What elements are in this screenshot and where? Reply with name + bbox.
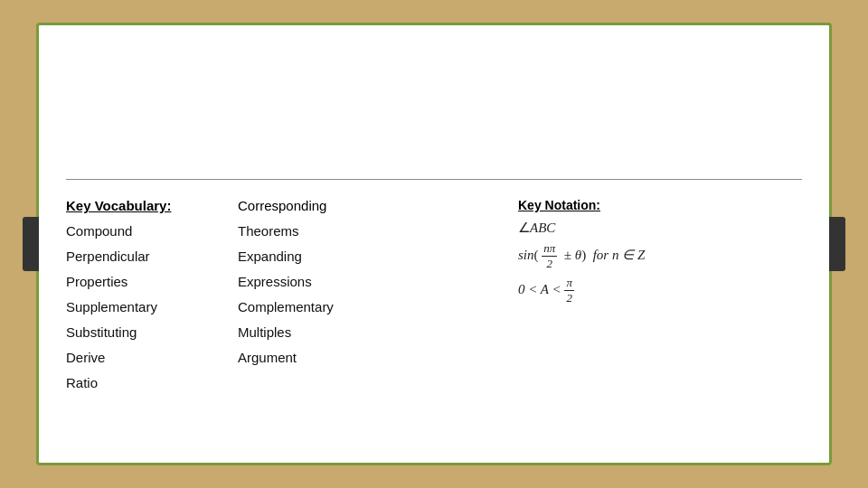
vocab-col2-item-0: Theorems [238, 221, 437, 242]
vocab-col2-item-3: Complementary [238, 296, 437, 318]
vocab-col1-item-2: Properties [66, 271, 238, 293]
top-area [66, 43, 802, 170]
notation-title: Key Notation: [518, 198, 802, 212]
vocab-col1-item-3: Supplementary [66, 296, 238, 318]
vocab-grid: Compound Theorems Perpendicular Expandin… [66, 221, 500, 394]
vocab-col2-item-5: Argument [238, 347, 437, 369]
formula-range: 0 < A < π 2 [518, 276, 802, 305]
right-handle [829, 217, 845, 271]
vocab-section: Key Vocabulary: Corresponding Compound T… [66, 198, 500, 445]
bottom-area: Key Vocabulary: Corresponding Compound T… [66, 189, 802, 445]
vocab-col2-item-2: Expressions [238, 271, 437, 293]
angle-abc: ∠ABC [518, 221, 555, 235]
formula-angle: ∠ABC [518, 220, 802, 236]
vocab-col1-item-5: Derive [66, 347, 238, 369]
vocab-col1-item-1: Perpendicular [66, 246, 238, 267]
vocab-col1-item-0: Compound [66, 221, 238, 242]
key-vocabulary-label: Key Vocabulary: [66, 198, 238, 213]
vocab-header: Key Vocabulary: Corresponding [66, 198, 500, 213]
slide-container: Key Vocabulary: Corresponding Compound T… [36, 23, 832, 465]
notation-formulas: ∠ABC sin( nπ 2 ± θ) for n ∈ Z [518, 220, 802, 305]
range-formula: 0 < A < π 2 [518, 282, 574, 296]
vocab-col1-item-6: Ratio [66, 372, 238, 394]
vocab-col2-item-1: Expanding [238, 246, 437, 267]
vocab-col2-item-4: Multiples [238, 322, 437, 343]
formula-sin: sin( nπ 2 ± θ) for n ∈ Z [518, 241, 802, 270]
notation-section: Key Notation: ∠ABC sin( nπ [500, 198, 802, 445]
left-handle [23, 217, 39, 271]
corresponding-label: Corresponding [238, 198, 326, 213]
slide-content: Key Vocabulary: Corresponding Compound T… [39, 25, 829, 463]
vocab-col2-item-6 [238, 372, 437, 394]
vocab-col1-item-4: Substituting [66, 322, 238, 343]
divider-line [66, 179, 802, 180]
sin-formula: sin( nπ 2 ± θ) for n ∈ Z [518, 248, 645, 262]
